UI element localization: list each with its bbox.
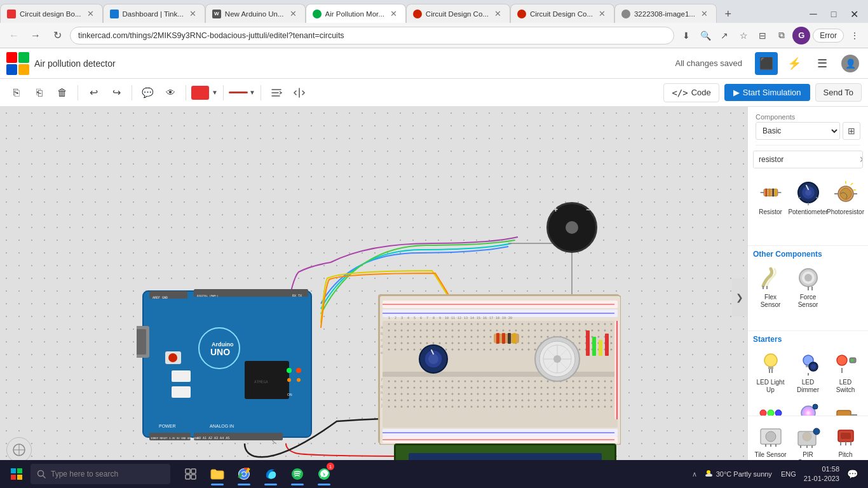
tab1-close[interactable]: ✕ [85, 8, 96, 19]
maximize-button[interactable]: □ [825, 5, 843, 23]
tab-image[interactable]: 3222308-image1... ✕ [614, 4, 717, 23]
buzzer[interactable]: + − [546, 202, 597, 253]
color-dropdown-arrow[interactable]: ▼ [212, 89, 218, 96]
flip-button[interactable] [289, 83, 309, 103]
redo-button[interactable]: ↪ [106, 83, 126, 103]
taskbar-search[interactable]: Type here to search [31, 464, 170, 484]
resistor-icon [757, 179, 785, 207]
color-swatch[interactable] [191, 86, 209, 100]
share-icon[interactable]: ↗ [716, 27, 733, 44]
new-tab-button[interactable]: + [719, 5, 737, 23]
led-switch-starter[interactable]: LED Switch [828, 346, 863, 396]
potentiometer-component[interactable]: Potentiometer [790, 176, 825, 219]
tab-air-pollution[interactable]: Air Pollution Mor... ✕ [306, 4, 406, 23]
download-icon[interactable]: ⬇ [678, 27, 695, 44]
tab3-label: New Arduino Un... [225, 10, 284, 18]
close-button[interactable]: ✕ [845, 5, 863, 23]
dc-motor-starter[interactable]: DC Motor [828, 399, 863, 416]
language-selector[interactable]: ENG [781, 470, 796, 478]
tab2-close[interactable]: ✕ [187, 8, 198, 19]
svg-point-27 [168, 353, 177, 362]
tray-arrow[interactable]: ∧ [692, 470, 697, 478]
tab-dashboard-tink[interactable]: Dashboard | Tink... ✕ [103, 4, 205, 23]
svg-text:5: 5 [414, 316, 416, 320]
delete-button[interactable]: 🗑 [52, 83, 72, 103]
led-lightup-starter[interactable]: LED Light Up [753, 346, 788, 396]
photoresistor-component[interactable]: Photoresistor [828, 176, 863, 219]
flex-sensor-component[interactable]: Flex Sensor [753, 261, 788, 311]
reload-button[interactable]: ↻ [48, 27, 66, 44]
search-clear-button[interactable]: ✕ [859, 151, 863, 168]
other-components-grid: Flex Sensor Force Sensor [748, 261, 868, 330]
spotify-button[interactable] [285, 461, 310, 487]
schematic-view-button[interactable]: ⚡ [783, 52, 806, 75]
notification-center[interactable]: 💬 [844, 469, 860, 479]
tab3-close[interactable]: ✕ [288, 8, 299, 19]
copy-button[interactable]: ⎘ [6, 83, 27, 103]
svg-point-122 [804, 274, 812, 281]
forward-button[interactable]: → [27, 27, 44, 44]
force-sensor-component[interactable]: Force Sensor [790, 261, 825, 311]
rgb-led-starter[interactable]: RGB LED [790, 399, 825, 416]
align-button[interactable] [266, 83, 287, 103]
simulate-button[interactable]: ▶ Start Simulation [724, 84, 810, 101]
tab4-close[interactable]: ✕ [388, 8, 399, 19]
address-input[interactable] [70, 27, 674, 44]
svg-rect-93 [592, 337, 596, 356]
resistor-component[interactable]: Resistor [753, 176, 788, 219]
menu-button[interactable]: ⋮ [846, 27, 863, 44]
notes-button[interactable]: 💬 [137, 83, 158, 103]
tab6-close[interactable]: ✕ [597, 8, 607, 19]
grid-view-button[interactable]: ⊞ [843, 122, 860, 140]
category-select[interactable]: Basic [756, 122, 840, 140]
multiple-leds-starter[interactable]: Multiple LEDs [753, 399, 788, 416]
taskbar-time[interactable]: 01:58 21-01-2023 [804, 464, 839, 484]
user-icon-btn[interactable]: 👤 [839, 52, 862, 75]
tab-circuit-design-co2[interactable]: Circuit Design Co... ✕ [510, 4, 614, 23]
svg-rect-178 [186, 469, 190, 473]
minimize-button[interactable]: ─ [804, 5, 822, 23]
visibility-button[interactable]: 👁 [160, 83, 180, 103]
file-explorer-button[interactable] [205, 461, 230, 487]
svg-rect-179 [191, 469, 196, 473]
taskbar-search-text: Type here to search [51, 470, 118, 478]
start-button[interactable] [5, 463, 28, 485]
edge-button[interactable] [258, 461, 283, 487]
split-icon[interactable]: ⊟ [754, 27, 771, 44]
breadboard[interactable]: a b c d e f g h i j 123 456 [378, 294, 620, 444]
tab-circuit-design-co1[interactable]: Circuit Design Co... ✕ [406, 4, 510, 23]
svg-rect-180 [186, 475, 190, 479]
svg-text:IOREF RESET 3.3V 5V GND GND VI: IOREF RESET 3.3V 5V GND GND VIN [151, 437, 198, 440]
undo-button[interactable]: ↩ [83, 83, 104, 103]
bookmark-icon[interactable]: ☆ [735, 27, 752, 44]
tab-circuit-design-bo[interactable]: Circuit design Bo... ✕ [0, 4, 103, 23]
send-button[interactable]: Send To [815, 83, 862, 102]
code-view-button[interactable]: ☰ [811, 52, 834, 75]
extensions-icon[interactable]: ⧉ [773, 27, 790, 44]
tab5-close[interactable]: ✕ [492, 8, 503, 19]
code-button[interactable]: </> Code [663, 83, 719, 102]
circuit-view-button[interactable]: ⬛ [755, 52, 778, 75]
window-controls: ─ □ ✕ [804, 5, 868, 23]
svg-text:9: 9 [439, 316, 441, 320]
search-input[interactable] [754, 151, 859, 168]
zoom-icon[interactable]: 🔍 [697, 27, 714, 44]
canvas-area[interactable]: AREF GND DIGITAL (PWM~) RX TX Arduino UN… [0, 107, 747, 488]
sidebar-toggle[interactable]: ❯ [732, 278, 747, 316]
led-dimmer-starter[interactable]: LED Dimmer [790, 346, 825, 396]
orient-button[interactable] [6, 437, 32, 463]
tinkercad-logo[interactable] [6, 52, 29, 75]
back-button[interactable]: ← [5, 27, 23, 44]
tab7-close[interactable]: ✕ [699, 8, 710, 19]
chrome-button[interactable] [231, 461, 257, 487]
error-button[interactable]: Error [813, 29, 844, 43]
weather-widget[interactable]: 30°C Partly sunny [703, 469, 772, 479]
right-panel: Components Basic ⊞ ✕ [747, 107, 868, 488]
task-view-button[interactable] [178, 461, 203, 487]
paste-button[interactable]: ⎗ [29, 83, 50, 103]
line-color-picker[interactable]: ▼ [229, 89, 255, 96]
profile-button[interactable]: G [792, 27, 810, 44]
tab-new-arduino[interactable]: W New Arduino Un... ✕ [205, 4, 306, 23]
arduino-board[interactable]: AREF GND DIGITAL (PWM~) RX TX Arduino UN… [137, 288, 321, 447]
whatsapp-button[interactable]: 1 [311, 461, 337, 487]
